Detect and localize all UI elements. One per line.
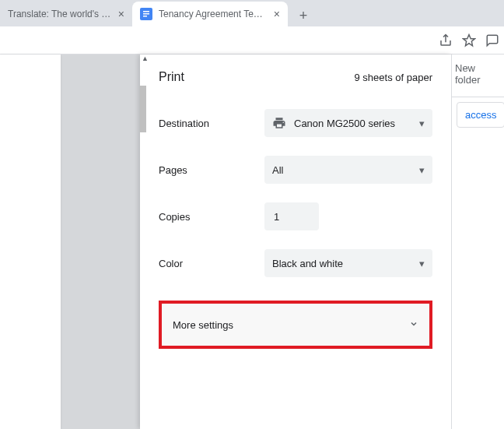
content-area: ▲ Print 9 sheets of paper Destination Ca… [0,55,504,429]
destination-row: Destination Canon MG2500 series ▾ [140,100,451,146]
destination-value: Canon MG2500 series [294,118,395,129]
color-label: Color [159,258,264,269]
toolbar [0,26,504,55]
destination-label: Destination [159,118,264,129]
close-icon[interactable]: × [274,8,280,20]
share-icon[interactable] [439,33,453,47]
scroll-up-icon[interactable]: ▲ [142,55,149,62]
copies-label: Copies [159,211,264,223]
tab-title: Translate: The world's mo [8,9,112,19]
svg-rect-2 [143,13,149,15]
destination-select[interactable]: Canon MG2500 series ▾ [264,109,432,137]
pages-label: Pages [159,164,264,176]
new-tab-button[interactable]: + [292,5,314,26]
divider [452,97,504,97]
svg-rect-1 [143,11,149,12]
printer-icon [272,116,286,130]
chevron-down-icon: ▾ [419,164,425,176]
tab-document[interactable]: Tenancy Agreement Template.do × [132,2,288,26]
pages-row: Pages All ▾ [140,146,451,193]
chevron-down-icon: ▾ [419,118,425,129]
scrollbar-thumb[interactable] [140,86,146,132]
sheets-count: 9 sheets of paper [355,72,432,83]
docs-icon [140,8,152,20]
tab-strip: Translate: The world's mo × Tenancy Agre… [0,0,504,26]
color-value: Black and white [272,258,343,269]
document-preview-bg [0,55,140,429]
tab-translate[interactable]: Translate: The world's mo × [0,2,132,26]
color-select[interactable]: Black and white ▾ [264,249,432,277]
pages-value: All [272,164,283,176]
color-row: Color Black and white ▾ [140,240,451,287]
svg-rect-3 [143,16,147,17]
new-folder-label: New folder [452,55,504,92]
bookmark-icon[interactable] [462,33,476,47]
print-header: Print 9 sheets of paper [140,55,451,100]
chevron-down-icon [409,318,418,332]
print-title: Print [159,70,184,84]
document-page [0,55,61,429]
close-icon[interactable]: × [118,8,124,20]
right-panel: New folder access [451,55,504,429]
comment-icon[interactable] [485,33,499,47]
more-settings-label: More settings [173,319,233,331]
tab-title: Tenancy Agreement Template.do [159,9,268,19]
print-panel: ▲ Print 9 sheets of paper Destination Ca… [140,55,451,429]
copies-row: Copies [140,193,451,240]
more-settings-button[interactable]: More settings [159,301,432,349]
pages-select[interactable]: All ▾ [264,156,432,184]
access-button[interactable]: access [457,102,504,128]
chevron-down-icon: ▾ [419,258,425,269]
copies-input[interactable] [264,202,319,230]
